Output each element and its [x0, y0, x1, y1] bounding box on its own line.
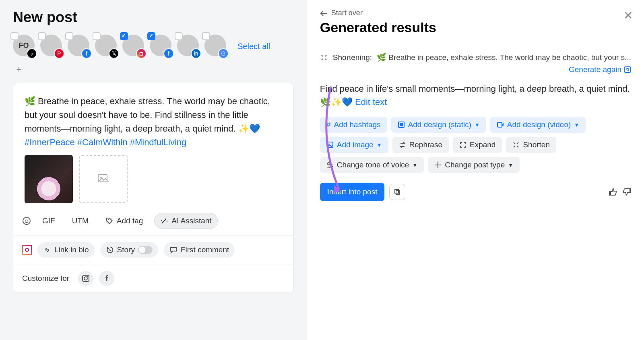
gmb-icon: G — [218, 48, 229, 59]
customize-facebook[interactable]: f — [99, 271, 114, 286]
account-instagram[interactable]: ◘ — [122, 35, 146, 58]
svg-point-5 — [27, 220, 28, 220]
account-x[interactable]: 𝕏 — [95, 35, 118, 58]
svg-point-9 — [87, 276, 88, 277]
add-design-static-button[interactable]: Add design (static)▼ — [391, 117, 486, 133]
account-pinterest[interactable]: P — [40, 35, 64, 58]
shortening-context: Shortening: 🌿 Breathe in peace, exhale s… — [320, 53, 631, 62]
svg-point-8 — [84, 277, 87, 280]
link-icon — [43, 246, 51, 254]
media-row: + — [13, 153, 293, 210]
chevron-down-icon: ▼ — [412, 162, 417, 168]
instagram-icon: ◘ — [136, 48, 147, 59]
compose-tools: GIF UTM Add tag AI Assistant — [13, 210, 293, 235]
copy-button[interactable] — [389, 184, 405, 200]
story-toggle[interactable]: Story — [100, 242, 158, 258]
svg-rect-17 — [395, 190, 398, 193]
compose-card: 🌿 Breathe in peace, exhale stress. The w… — [13, 83, 294, 293]
customize-row: Customize for f — [13, 264, 293, 293]
shortening-label: Shortening: — [333, 53, 372, 62]
shorten-button[interactable]: Shorten — [506, 137, 556, 153]
add-tag-button[interactable]: Add tag — [100, 213, 149, 229]
compose-body: 🌿 Breathe in peace, exhale stress. The w… — [25, 96, 270, 134]
svg-point-3 — [23, 217, 30, 225]
svg-point-16 — [328, 163, 330, 165]
arrow-left-icon — [320, 10, 328, 16]
account-tiktok[interactable]: FO♪ — [13, 35, 36, 58]
video-design-icon — [497, 121, 504, 128]
account-facebook-2[interactable]: f — [150, 35, 173, 58]
tag-icon — [105, 217, 114, 225]
svg-rect-18 — [396, 191, 400, 194]
shorten-icon — [320, 54, 328, 62]
facebook-icon: f — [81, 48, 92, 59]
result-actions: Insert into post — [320, 183, 631, 201]
divider — [307, 43, 644, 43]
select-all-link[interactable]: Select all — [237, 42, 270, 51]
generated-text: Find peace in life's small moments—morni… — [320, 82, 631, 109]
svg-point-15 — [328, 144, 329, 145]
post-type-button[interactable]: Change post type▼ — [428, 157, 520, 173]
rephrase-button[interactable]: Rephrase — [392, 137, 449, 153]
results-panel: Start over ✕ Generated results Shortenin… — [307, 0, 644, 340]
compose-hashtags: #InnerPeace #CalmWithin #MindfulLiving — [25, 137, 186, 147]
expand-button[interactable]: Expand — [453, 137, 502, 153]
left-panel: New post FO♪ P f 𝕏 ◘ f in G Select all +… — [0, 0, 307, 340]
pinterest-icon: P — [54, 48, 64, 59]
story-switch[interactable] — [138, 246, 153, 254]
account-linkedin[interactable]: in — [177, 35, 200, 58]
account-facebook-1[interactable]: f — [68, 35, 91, 58]
facebook-f-icon: f — [105, 274, 108, 283]
comment-icon — [169, 246, 178, 254]
account-gmb[interactable]: G — [204, 35, 228, 58]
customize-label: Customize for — [22, 274, 69, 283]
emoji-button[interactable] — [22, 216, 31, 225]
thumbs-up-button[interactable] — [609, 188, 617, 196]
customize-instagram[interactable] — [78, 271, 93, 286]
facebook-icon: f — [163, 48, 174, 59]
shorten-icon — [512, 141, 520, 148]
instagram-outline-icon — [82, 274, 90, 282]
rephrase-icon — [399, 141, 406, 148]
platform-options-row: Link in bio Story First comment — [13, 235, 293, 264]
regenerate-icon — [624, 66, 631, 73]
copy-icon — [394, 188, 401, 196]
svg-rect-13 — [497, 122, 502, 127]
account-selector: FO♪ P f 𝕏 ◘ f in G Select all — [13, 35, 294, 58]
insert-into-post-button[interactable]: Insert into post — [320, 183, 385, 201]
attached-image[interactable] — [25, 155, 73, 203]
generate-again-button[interactable]: Generate again — [320, 65, 631, 74]
action-pills: #Add hashtags Add design (static)▼ Add d… — [320, 117, 631, 173]
expand-icon — [459, 141, 466, 148]
edit-text-link[interactable]: Edit text — [355, 97, 387, 107]
chevron-down-icon: ▼ — [508, 162, 513, 168]
add-media-button[interactable]: + — [79, 155, 128, 203]
svg-point-4 — [25, 220, 26, 220]
history-icon — [106, 246, 114, 254]
chevron-down-icon: ▼ — [377, 142, 382, 148]
add-account-button[interactable]: + — [13, 64, 25, 76]
gif-button[interactable]: GIF — [37, 213, 61, 229]
close-button[interactable]: ✕ — [623, 9, 633, 22]
first-comment-button[interactable]: First comment — [164, 242, 235, 258]
thumbs-down-icon — [622, 188, 631, 196]
results-title: Generated results — [320, 20, 631, 35]
start-over-button[interactable]: Start over — [320, 9, 631, 17]
svg-point-6 — [108, 219, 109, 220]
add-image-button[interactable]: Add image▼ — [320, 137, 388, 153]
utm-button[interactable]: UTM — [66, 213, 94, 229]
image-icon — [326, 141, 334, 148]
hashtag-icon: # — [326, 120, 331, 129]
add-design-video-button[interactable]: Add design (video)▼ — [490, 117, 586, 133]
link-in-bio-button[interactable]: Link in bio — [37, 242, 95, 258]
add-hashtags-button[interactable]: #Add hashtags — [320, 117, 387, 133]
ai-assistant-button[interactable]: AI Assistant — [154, 213, 217, 229]
design-icon — [398, 121, 405, 128]
tiktok-icon: ♪ — [27, 48, 37, 59]
svg-rect-10 — [625, 67, 630, 72]
tone-button[interactable]: Change tone of voice▼ — [320, 157, 424, 173]
compose-text[interactable]: 🌿 Breathe in peace, exhale stress. The w… — [13, 83, 293, 153]
magic-wand-icon — [160, 217, 168, 225]
chevron-down-icon: ▼ — [574, 122, 579, 128]
thumbs-down-button[interactable] — [622, 188, 631, 196]
